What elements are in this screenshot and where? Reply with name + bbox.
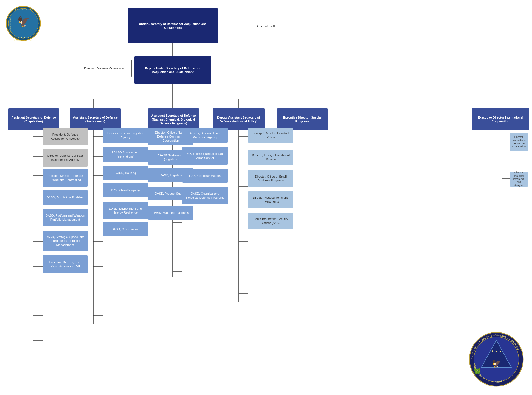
ic-child-1: Director, Internartional Armaments Coope… xyxy=(510,133,528,151)
dasd-ip-label: Deputy Assistant Secretary of Defense (I… xyxy=(215,116,262,124)
acq-child-6: DASD, Strategic, Space, and Intellingenc… xyxy=(43,231,88,251)
asd-sus-box: Assistant Secretary of Defense (Sustainm… xyxy=(70,108,121,130)
acq-child-5: DASD, Platform and Weapon Portfolio Mana… xyxy=(43,209,88,226)
usd-box: Under Secretary of Defense for Acquisiti… xyxy=(128,8,218,43)
nbc-child-1: Director, Defense Threat Reduction Agenc… xyxy=(182,128,228,143)
svg-text:UNITED STATES OF AMERICA: UNITED STATES OF AMERICA xyxy=(10,15,11,31)
nbc-child-4: DASD, Chemical and Biological Defense Pr… xyxy=(182,187,228,204)
asd-nbc-label: Assistant Secretary of Defense (Nuclear,… xyxy=(150,114,197,125)
ed-sp-label: Executive Director, Special Programs xyxy=(279,116,326,124)
dir-biz-ops-box: Director, Business Operations xyxy=(77,60,132,77)
sus-child-4: DASD, Real Property xyxy=(103,183,148,197)
usd-label: Under Secretary of Defense for Acquisiti… xyxy=(130,22,216,30)
svg-text:★  ★  ★: ★ ★ ★ xyxy=(491,349,502,353)
dusd-label: Deputy Under Secretary of Defense for Ac… xyxy=(137,66,209,74)
ed-ic-label: Executive Director International Coopera… xyxy=(474,116,527,124)
svg-text:★ ★ ★ ★ ★: ★ ★ ★ ★ ★ xyxy=(15,9,32,11)
chief-of-staff-label: Chief of Staff xyxy=(257,24,275,28)
svg-text:DEPARTMENT OF DEFENSE: DEPARTMENT OF DEFENSE xyxy=(14,40,33,41)
asd-acq-box: Assistant Secretary of Defense (Acquisit… xyxy=(8,108,59,130)
nbc-child-3: DASD, Nuclear Matters xyxy=(182,169,228,183)
ed-sp-box: Executive Director, Special Programs xyxy=(277,108,328,130)
ip-child-1: Principal Director, Industrial Policy xyxy=(248,128,293,143)
chief-of-staff-box: Chief of Staff xyxy=(236,15,296,37)
sus-log-child-5: DASD, Materiel Readiness xyxy=(148,206,193,220)
dusd-box: Deputy Under Secretary of Defense for Ac… xyxy=(134,56,211,84)
asd-acq-label: Assistant Secretary of Defense (Acquisit… xyxy=(10,116,57,124)
acq-child-4: DASD, Acquisition Enablers xyxy=(43,190,88,205)
sus-child-3: DASD, Housing xyxy=(103,166,148,180)
svg-text:🦅: 🦅 xyxy=(17,16,30,28)
asd-nbc-box: Assistant Secretary of Defense (Nuclear,… xyxy=(148,108,199,130)
nbc-child-2: DASD, Threat Reduction and Arms Control xyxy=(182,147,228,165)
ip-child-4: Director, Assessments and Investments xyxy=(248,191,293,208)
acq-child-3: Principal Director Defense Pricing and C… xyxy=(43,169,88,187)
acq-child-1: President, Defense Acquisition Universit… xyxy=(43,128,88,145)
osd-seal: ★ ★ ★ 🦅 🌿 🌿 OFFICE OF THE UNDER SECRETAR… xyxy=(469,332,524,387)
asd-sus-label: Assistant Secretary of Defense (Sustainm… xyxy=(72,116,118,124)
dod-seal: ★ ★ ★ ★ ★ ★ ★ ★ ★ 🦅 DEPARTMENT OF DEFENS… xyxy=(5,5,41,41)
ic-child-2: Director, Planning Programs, and Analysi… xyxy=(510,172,528,187)
svg-text:🦅: 🦅 xyxy=(492,359,501,368)
acq-child-7: Executive Director, Joint Rapid Acquisit… xyxy=(43,255,88,273)
ip-child-3: Director, Office of Small Business Progr… xyxy=(248,170,293,187)
ip-child-5: Chief Information Secutity Officer (A&S) xyxy=(248,213,293,229)
sus-child-5: DASD, Environment and Energy Resilience xyxy=(103,202,148,219)
sus-child-1: Director, Defense Logistics Agency xyxy=(103,128,148,143)
ed-ic-box: Executive Director International Coopera… xyxy=(472,108,529,130)
sus-child-6: DASD, Comstruction xyxy=(103,222,148,236)
sus-child-2: PDASD Sustainment (Installations) xyxy=(103,147,148,162)
dasd-ip-box: Deputy Assistant Secretary of Defense (I… xyxy=(213,108,265,130)
ip-child-2: Director, Foreign Investment Review xyxy=(248,150,293,165)
svg-text:★ ★ ★ ★: ★ ★ ★ ★ xyxy=(17,36,29,38)
acq-child-2: Director, Defense Contract Management Ag… xyxy=(43,149,88,167)
dir-biz-ops-label: Director, Business Operations xyxy=(84,66,124,70)
org-chart: ★ ★ ★ ★ ★ ★ ★ ★ ★ 🦅 DEPARTMENT OF DEFENS… xyxy=(0,0,532,395)
